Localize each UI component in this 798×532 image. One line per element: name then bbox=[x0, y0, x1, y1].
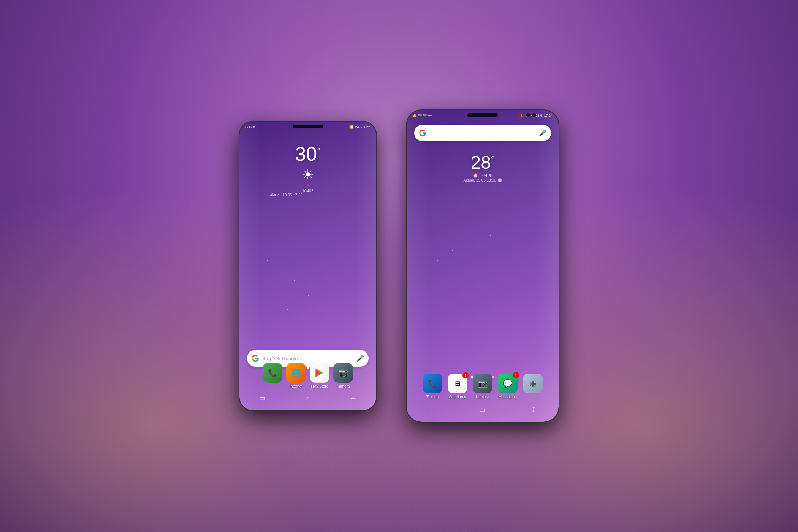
right-search-bar-top[interactable]: 🎤 bbox=[414, 125, 551, 141]
left-sun-icon: ☀ bbox=[270, 167, 346, 183]
internet-app-icon[interactable]: 🌐 bbox=[286, 363, 306, 383]
right-weather-widget: 28° ⏰ 10405 Aktual. 19.05 13:00 🕐 bbox=[441, 152, 524, 182]
left-status-right: 📶 24% 17:2 bbox=[349, 125, 370, 129]
extra-app-icon[interactable]: ◉ bbox=[523, 374, 543, 393]
left-temperature: 30° bbox=[270, 142, 346, 165]
left-earpiece bbox=[293, 125, 323, 128]
right-recent-btn[interactable]: ▭ bbox=[475, 402, 490, 417]
right-dock-messaging[interactable]: 💬 1 Messaging bbox=[498, 374, 518, 399]
right-back-btn[interactable]: ← bbox=[424, 402, 440, 417]
right-earpiece bbox=[467, 113, 498, 117]
left-dock: 📞 🌐 Internet bbox=[239, 363, 376, 388]
right-alarm-weather: ⏰ 10405 bbox=[441, 173, 524, 178]
google-logo bbox=[252, 355, 259, 362]
right-status-right: 🔇 ⏰ ✈ 91% 17:24 bbox=[519, 114, 553, 117]
telefon-app-icon[interactable]: 📞 bbox=[423, 374, 442, 393]
right-dock: 📞 Telefon ⊞ 3 Standards bbox=[407, 374, 559, 399]
left-home-btn[interactable]: ⌂ bbox=[300, 391, 315, 406]
standards-badge: 3 bbox=[462, 372, 469, 378]
left-back-btn[interactable]: ← bbox=[346, 391, 361, 406]
standards-label: Standards bbox=[449, 395, 466, 399]
right-mute-icon: 🔇 bbox=[519, 114, 524, 117]
right-camera-app-icon[interactable]: 📷 bbox=[473, 374, 492, 393]
right-temperature: 28° bbox=[441, 152, 524, 173]
right-dock-extra[interactable]: ◉ bbox=[523, 374, 543, 399]
left-location-pin: 📍 bbox=[270, 184, 346, 188]
left-search-placeholder: Sag "Ok Google"... bbox=[262, 356, 356, 361]
left-nav-bar: ▭ ⌂ ← bbox=[239, 390, 376, 407]
play-store-triangle bbox=[314, 367, 325, 378]
left-recent-btn[interactable]: ▭ bbox=[255, 391, 270, 406]
left-status-icons: S ⊕ ❋ bbox=[245, 125, 256, 129]
right-battery-text: 91% bbox=[535, 114, 542, 117]
standards-app-icon[interactable]: ⊞ 3 bbox=[448, 374, 467, 393]
right-extra-btn[interactable]: ⤴ bbox=[526, 402, 541, 417]
left-weather-widget: 30° ☀ 📍 10405 Aktual. 19.05 17:20 bbox=[270, 142, 346, 197]
right-camera-area bbox=[526, 113, 536, 117]
right-dock-standards[interactable]: ⊞ 3 Standards bbox=[448, 374, 467, 399]
left-dock-phone[interactable]: 📞 bbox=[263, 363, 282, 388]
playstore-label: Play Store bbox=[311, 384, 328, 388]
left-dock-camera[interactable]: 📷 Kamera bbox=[333, 363, 353, 388]
left-phone-screen: S ⊕ ❋ 📶 24% 17:2 30° ☀ 📍 10405 bbox=[239, 122, 376, 410]
left-mic-icon[interactable]: 🎤 bbox=[356, 355, 364, 362]
right-mic-icon[interactable]: 🎤 bbox=[539, 130, 546, 137]
left-dock-internet[interactable]: 🌐 Internet bbox=[286, 363, 306, 388]
right-update-time: Aktual. 19.05 13:00 🕐 bbox=[441, 178, 524, 182]
camera-label: Kamera bbox=[336, 384, 350, 388]
telefon-label: Telefon bbox=[426, 395, 439, 399]
left-status-left: S ⊕ ❋ bbox=[245, 125, 256, 129]
left-phone-wrapper: S ⊕ ❋ 📶 24% 17:2 30° ☀ 📍 10405 bbox=[239, 122, 376, 410]
left-time: 17:2 bbox=[363, 125, 370, 129]
left-location-code: 10405 bbox=[270, 188, 346, 193]
right-phone-wrapper: 🔔 📷 📷 ••• 🔇 ⏰ ✈ 91% 17:24 bbox=[407, 110, 559, 422]
left-battery-text: 24% bbox=[355, 125, 362, 129]
playstore-app-icon[interactable] bbox=[310, 363, 329, 383]
right-status-icons: 🔔 📷 📷 ••• bbox=[413, 114, 432, 117]
messaging-app-icon[interactable]: 💬 1 bbox=[498, 374, 518, 393]
left-update-time: Aktual. 19.05 17:20 bbox=[270, 193, 346, 197]
right-camera-label: Kamera bbox=[476, 395, 489, 399]
right-status-left: 🔔 📷 📷 ••• bbox=[413, 114, 432, 117]
right-dock-telefon[interactable]: 📞 Telefon bbox=[423, 374, 442, 399]
messaging-label: Messaging bbox=[499, 395, 517, 399]
right-dock-camera[interactable]: 📷 Kamera bbox=[473, 374, 492, 399]
camera-app-icon[interactable]: 📷 bbox=[333, 363, 353, 383]
left-phone: S ⊕ ❋ 📶 24% 17:2 30° ☀ 📍 10405 bbox=[239, 122, 376, 410]
right-nav-bar: ← ▭ ⤴ bbox=[407, 401, 559, 418]
right-time: 17:24 bbox=[544, 114, 553, 117]
left-dock-playstore[interactable]: Play Store bbox=[310, 363, 329, 388]
phone-app-icon[interactable]: 📞 bbox=[263, 363, 282, 383]
right-phone-screen: 🔔 📷 📷 ••• 🔇 ⏰ ✈ 91% 17:24 bbox=[407, 110, 559, 422]
scene: S ⊕ ❋ 📶 24% 17:2 30° ☀ 📍 10405 bbox=[0, 0, 798, 532]
internet-label: Internet bbox=[290, 384, 302, 388]
left-wifi-icon: 📶 bbox=[349, 125, 353, 129]
right-google-logo bbox=[419, 129, 426, 137]
right-phone: 🔔 📷 📷 ••• 🔇 ⏰ ✈ 91% 17:24 bbox=[407, 110, 559, 422]
messaging-badge: 1 bbox=[513, 372, 519, 378]
